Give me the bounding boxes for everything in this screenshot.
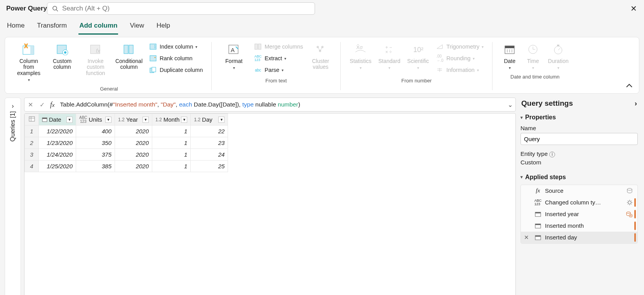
column-filter-button[interactable]: ▼	[143, 117, 149, 123]
cell[interactable]: 375	[76, 149, 115, 161]
cell[interactable]: 1/24/2020	[39, 149, 76, 161]
duplicate-column-button[interactable]: Duplicate column	[146, 65, 205, 75]
cell[interactable]: 22	[191, 126, 228, 137]
standard-button: + −× ÷ Standard▾	[376, 40, 403, 72]
table-row[interactable]: 41/25/20203852020125	[25, 161, 228, 172]
row-number[interactable]: 1	[25, 126, 39, 137]
scientific-icon: 10²	[410, 42, 426, 57]
cell[interactable]: 2020	[115, 137, 152, 149]
cell[interactable]: 24	[191, 149, 228, 161]
column-header-month[interactable]: 1.2Month▼	[152, 114, 191, 126]
column-header-units[interactable]: ABC123Units▼	[76, 114, 115, 126]
cell[interactable]: 1/22/2020	[39, 126, 76, 137]
search-box[interactable]	[47, 2, 315, 15]
formula-input[interactable]: Table.AddColumn(#"Inserted month", "Day"…	[57, 101, 505, 108]
tab-help[interactable]: Help	[156, 19, 171, 35]
gear-icon[interactable]	[627, 199, 633, 206]
tab-transform[interactable]: Transform	[36, 19, 68, 35]
cell[interactable]: 2020	[115, 161, 152, 172]
properties-section-toggle[interactable]: ▾Properties	[520, 112, 638, 123]
date-button[interactable]: Date ▾	[499, 40, 520, 72]
cell[interactable]: 1/23/2020	[39, 137, 76, 149]
expand-formula-button[interactable]: ⌄	[505, 101, 515, 108]
cell[interactable]: 400	[76, 126, 115, 137]
chevron-down-icon: ▾	[417, 66, 419, 70]
tab-home[interactable]: Home	[6, 19, 25, 35]
table-corner[interactable]	[25, 114, 39, 126]
chevron-down-icon: ▾	[509, 66, 511, 70]
index-column-button[interactable]: 12Index column ▾	[146, 41, 205, 52]
applied-step[interactable]: ✕fxSource	[521, 185, 637, 197]
applied-step[interactable]: ✕Inserted day	[521, 232, 637, 243]
applied-step[interactable]: ✕Inserted month	[521, 220, 637, 232]
svg-rect-9	[124, 45, 128, 54]
cell[interactable]: 2020	[115, 126, 152, 137]
chevron-down-icon: ▾	[282, 68, 284, 72]
cell[interactable]: 385	[76, 161, 115, 172]
invoke-custom-function-button: fx Invoke custom function	[80, 40, 111, 78]
row-number[interactable]: 4	[25, 161, 39, 172]
custom-column-button[interactable]: Custom column	[46, 40, 78, 72]
cell[interactable]: 350	[76, 137, 115, 149]
close-button[interactable]: ✕	[627, 2, 640, 15]
rank-column-button[interactable]: Rank column	[146, 53, 205, 64]
datasource-icon	[627, 188, 633, 194]
cell[interactable]: 23	[191, 137, 228, 149]
svg-line-57	[631, 204, 632, 204]
rank-column-icon	[149, 54, 157, 63]
svg-rect-17	[152, 67, 156, 72]
number-type-icon: 1.2	[118, 117, 125, 122]
duration-icon	[550, 42, 566, 57]
format-button[interactable]: A Format ▾	[218, 40, 250, 72]
cancel-formula-button[interactable]: ✕	[24, 98, 36, 111]
query-name-input[interactable]	[520, 133, 638, 145]
column-from-examples-button[interactable]: Column from examples▾	[13, 40, 45, 84]
row-number[interactable]: 3	[25, 149, 39, 161]
search-input[interactable]	[58, 5, 310, 12]
step-status-bar	[634, 222, 636, 230]
duplicate-column-icon	[149, 66, 157, 74]
statistics-icon: X̄σ	[353, 42, 368, 57]
cell[interactable]: 25	[191, 161, 228, 172]
parse-button[interactable]: abcParse ▾	[251, 65, 305, 75]
row-number[interactable]: 2	[25, 137, 39, 149]
collapse-ribbon-button[interactable]	[626, 82, 633, 89]
commit-formula-button[interactable]: ✓	[36, 98, 48, 111]
cell[interactable]: 1	[152, 126, 191, 137]
queries-rail[interactable]: › Queries [1]	[5, 98, 21, 295]
delete-step-button[interactable]: ✕	[524, 234, 531, 241]
cell[interactable]: 1	[152, 137, 191, 149]
applied-step[interactable]: ✕Inserted year	[521, 208, 637, 220]
column-filter-button[interactable]: ▼	[105, 117, 111, 123]
cell[interactable]: 1/25/2020	[39, 161, 76, 172]
column-header-year[interactable]: 1.2Year▼	[115, 114, 152, 126]
data-grid[interactable]: Date▼ABC123Units▼1.2Year▼1.2Month▼1.2Day…	[24, 113, 516, 295]
tab-view[interactable]: View	[129, 19, 145, 35]
expand-queries-button[interactable]: ›	[10, 101, 15, 111]
svg-point-6	[64, 51, 66, 54]
chevron-down-icon: ▾	[195, 45, 197, 49]
extract-button[interactable]: ABC123Extract ▾	[251, 53, 305, 64]
rounding-icon: .00→.0	[435, 54, 444, 63]
conditional-column-button[interactable]: Conditional column	[113, 40, 145, 72]
svg-point-51	[628, 201, 631, 204]
column-filter-button[interactable]: ▼	[66, 117, 73, 123]
formula-bar: ✕ ✓ fx Table.AddColumn(#"Inserted month"…	[24, 98, 516, 112]
table-row[interactable]: 31/24/20203752020124	[25, 149, 228, 161]
column-filter-button[interactable]: ▼	[181, 117, 187, 123]
table-row[interactable]: 21/23/20203502020123	[25, 137, 228, 149]
cell[interactable]: 1	[152, 161, 191, 172]
info-icon[interactable]: i	[549, 152, 555, 157]
column-filter-button[interactable]: ▼	[218, 117, 225, 123]
column-header-day[interactable]: 1.2Day▼	[191, 114, 228, 126]
applied-steps-section-toggle[interactable]: ▾Applied steps	[520, 171, 638, 183]
expand-settings-button[interactable]: ›	[635, 99, 637, 108]
applied-step[interactable]: ✕ABC123Changed column ty…	[521, 197, 637, 208]
cell[interactable]: 2020	[115, 149, 152, 161]
table-row[interactable]: 11/22/20204002020122	[25, 126, 228, 137]
cell[interactable]: 1	[152, 149, 191, 161]
svg-rect-35	[505, 46, 514, 48]
statistics-button: X̄σ Statistics▾	[347, 40, 374, 72]
column-header-date[interactable]: Date▼	[39, 114, 76, 126]
tab-add-column[interactable]: Add column	[78, 19, 118, 35]
